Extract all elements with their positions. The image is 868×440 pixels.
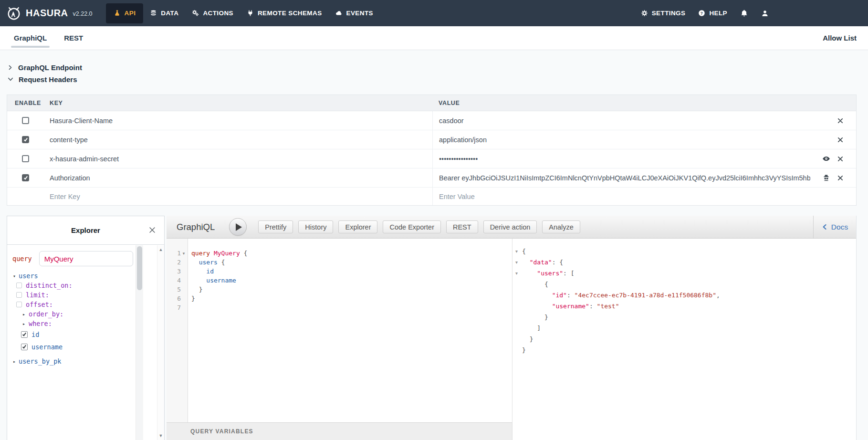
editor-code[interactable]: query MyQuery { users { id username }} <box>188 239 512 422</box>
scroll-down-icon[interactable]: ▼ <box>159 433 163 438</box>
header-value[interactable]: casdoor <box>439 117 464 125</box>
collapse-arrow-icon[interactable]: ▾ <box>11 273 17 279</box>
user-icon[interactable] <box>761 10 769 17</box>
arg-checkbox[interactable] <box>16 292 22 298</box>
hasura-logo-icon[interactable] <box>7 6 21 21</box>
header-value-cell: •••••••••••••••• <box>432 149 856 168</box>
decode-jwt-icon[interactable] <box>822 174 830 182</box>
fold-arrow-icon[interactable]: ▾ <box>514 246 522 257</box>
field-checkbox[interactable] <box>21 344 28 350</box>
token: } <box>191 286 202 293</box>
close-icon[interactable] <box>837 156 844 162</box>
nav-item-remote-schemas[interactable]: REMOTE SCHEMAS <box>240 0 329 26</box>
header-key[interactable]: Authorization <box>50 174 90 182</box>
query-name-input[interactable] <box>39 251 133 266</box>
flask-icon <box>114 10 121 17</box>
version-label: v2.22.0 <box>73 10 93 17</box>
nav-item-help[interactable]: ?HELP <box>698 10 727 17</box>
close-icon[interactable] <box>837 136 844 143</box>
arg-checkbox[interactable] <box>16 283 22 288</box>
derive-action-button[interactable]: Derive action <box>483 220 537 233</box>
token: "test" <box>597 303 619 310</box>
tree-arg-label: order_by: <box>29 310 63 318</box>
fold-arrow-icon[interactable]: ▾ <box>514 257 522 268</box>
result-line: "username": "test" <box>514 301 856 312</box>
row-actions <box>822 149 844 168</box>
analyze-button[interactable]: Analyze <box>542 220 580 233</box>
nav-item-label: DATA <box>161 10 178 17</box>
hasura-console: HASURA v2.22.0 APIDATAACTIONSREMOTE SCHE… <box>0 0 868 440</box>
token: , <box>716 292 720 299</box>
header-key[interactable]: Hasura-Client-Name <box>50 117 113 125</box>
close-icon[interactable] <box>837 175 844 181</box>
header-value[interactable]: •••••••••••••••• <box>439 155 478 163</box>
docs-label: Docs <box>831 223 848 231</box>
explorer-title: Explorer <box>71 226 100 234</box>
enable-checkbox[interactable] <box>22 155 29 162</box>
fold-arrow-icon[interactable]: ▾ <box>514 268 522 279</box>
rest-button[interactable]: REST <box>446 220 478 233</box>
help-icon: ? <box>698 10 705 17</box>
header-key[interactable]: content-type <box>50 136 88 144</box>
nav-item-api[interactable]: API <box>106 3 144 23</box>
explorer-button[interactable]: Explorer <box>338 220 377 233</box>
allow-list-link[interactable]: Allow List <box>823 26 857 50</box>
nav-item-actions[interactable]: ACTIONS <box>185 0 240 26</box>
token <box>522 303 552 310</box>
line-number: 4 <box>177 277 181 284</box>
result-pane: ▾{▾ "data": {▾ "users": [ { "id": "4ec7c… <box>512 239 856 440</box>
enable-checkbox[interactable] <box>22 136 29 143</box>
arg-checkbox[interactable] <box>16 302 22 307</box>
tree-arg-label: distinct_on: <box>26 282 73 289</box>
header-key[interactable]: x-hasura-admin-secret <box>50 155 119 163</box>
enable-checkbox[interactable] <box>22 117 29 124</box>
result-line: } <box>514 345 856 356</box>
nav-item-label: REMOTE SCHEMAS <box>258 10 322 17</box>
code-exporter-button[interactable]: Code Exporter <box>383 220 441 233</box>
header-value[interactable]: Bearer eyJhbGciOiJSUzI1NiIsImtpZCI6ImNlc… <box>439 174 810 182</box>
explorer-panel: Explorer query ▾usersdistinct_on:limit:o… <box>7 216 165 440</box>
field-checkbox[interactable] <box>21 331 28 338</box>
enable-checkbox[interactable] <box>22 174 29 181</box>
header-value-cell: casdoor <box>432 111 856 130</box>
check-icon <box>22 345 26 349</box>
header-value[interactable]: application/json <box>439 136 487 144</box>
gutter-line: 4 <box>167 276 188 285</box>
token: MyQuery <box>214 250 240 257</box>
explorer-inner-scrollbar[interactable] <box>136 245 143 440</box>
gears-icon <box>192 10 199 17</box>
scroll-up-icon[interactable]: ▲ <box>159 247 163 252</box>
result-line: ▾ "data": { <box>514 257 856 268</box>
token: query <box>191 250 210 257</box>
tree-field-label: id <box>31 331 39 338</box>
nav-right-items: SETTINGS?HELP <box>641 10 727 17</box>
expand-arrow-icon[interactable]: ▸ <box>21 321 27 326</box>
new-header-value-input[interactable] <box>439 193 794 200</box>
request-headers-toggle[interactable]: Request Headers <box>8 74 77 84</box>
result-line: } <box>514 312 856 323</box>
graphql-endpoint-toggle[interactable]: GraphQL Endpoint <box>8 62 82 73</box>
token <box>210 250 214 257</box>
result-line: "id": "4ec7ccee-ec7b-4191-a78d-e11f50686… <box>514 290 856 301</box>
query-editor[interactable]: 1▾234567 query MyQuery { users { id user… <box>167 239 512 422</box>
fold-arrow-icon[interactable]: ▾ <box>181 251 187 256</box>
close-icon[interactable] <box>148 226 157 234</box>
history-button[interactable]: History <box>298 220 333 233</box>
prettify-button[interactable]: Prettify <box>258 220 293 233</box>
tab-graphiql[interactable]: GraphiQL <box>11 26 50 50</box>
execute-query-button[interactable] <box>229 218 247 236</box>
docs-button[interactable]: Docs <box>814 223 856 231</box>
eye-icon[interactable] <box>822 155 830 163</box>
tab-rest[interactable]: REST <box>61 26 86 50</box>
enable-cell <box>7 168 50 187</box>
expand-arrow-icon[interactable]: ▸ <box>11 359 17 364</box>
nav-item-data[interactable]: DATA <box>143 0 185 26</box>
nav-item-events[interactable]: EVENTS <box>329 0 380 26</box>
close-icon[interactable] <box>837 117 844 124</box>
bell-icon[interactable] <box>740 9 748 17</box>
expand-arrow-icon[interactable]: ▸ <box>21 312 27 317</box>
nav-item-settings[interactable]: SETTINGS <box>641 10 686 17</box>
new-header-key-input[interactable] <box>50 193 375 200</box>
query-variables-bar[interactable]: QUERY VARIABLES <box>167 422 512 440</box>
explorer-scrollbar[interactable]: ▲▼ <box>157 245 164 440</box>
